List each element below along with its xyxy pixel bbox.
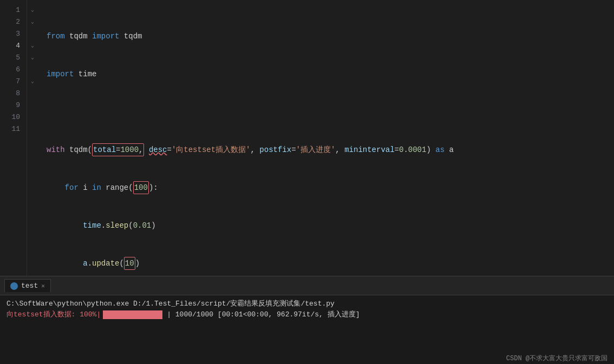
fn-sleep: sleep: [106, 220, 128, 231]
gutter-1[interactable]: ⌄: [27, 4, 38, 16]
terminal-tabs-bar: test ✕: [0, 276, 614, 295]
terminal-progress-line: 向testset插入数据: 100%| | 1000/1000 [00:01<0…: [6, 309, 608, 320]
tab-label: test: [21, 282, 38, 290]
gutter-3: [27, 28, 38, 40]
terminal-output[interactable]: C:\SoftWare\python\python.exe D:/1.Test_…: [0, 295, 614, 353]
watermark: CSDN @不求大富大贵只求富可敌国: [0, 353, 614, 364]
code-editor[interactable]: 1 2 3 4 5 6 7 8 9 10 11 ⌄ ⌄ ⌄ ⌄ ⌄: [0, 0, 614, 276]
gutter-7[interactable]: ⌄: [27, 76, 38, 88]
terminal-progress-label: 向testset插入数据: 100%|: [6, 309, 101, 320]
code-line-4: with tqdm(total=1000, desc='向testset插入数据…: [38, 144, 609, 156]
terminal-cmd-line: C:\SoftWare\python\python.exe D:/1.Test_…: [6, 299, 608, 309]
gutter-8: [27, 88, 38, 100]
highlight-total: total=1000,: [92, 143, 144, 156]
gutter-5[interactable]: ⌄: [27, 52, 38, 64]
terminal-stats: | 1000/1000 [00:01<00:00, 962.97it/s, 插入…: [167, 309, 360, 320]
terminal-panel: test ✕ C:\SoftWare\python\python.exe D:/…: [0, 276, 614, 364]
code-line-6: time.sleep(0.01): [38, 220, 609, 231]
line-num-1: 1: [0, 4, 27, 16]
progress-bar: [103, 310, 162, 319]
line-num-8: 8: [0, 88, 27, 100]
progress-fill: [103, 310, 162, 319]
line-num-7: 7: [0, 76, 27, 88]
line-numbers: 1 2 3 4 5 6 7 8 9 10 11: [0, 0, 27, 276]
terminal-command: C:\SoftWare\python\python.exe D:/1.Test_…: [6, 299, 335, 309]
terminal-tab-test[interactable]: test ✕: [4, 279, 51, 292]
gutter-4[interactable]: ⌄: [27, 40, 38, 52]
gutter-11: [27, 123, 38, 135]
editor-container: 1 2 3 4 5 6 7 8 9 10 11 ⌄ ⌄ ⌄ ⌄ ⌄: [0, 0, 614, 364]
highlight-100: 100: [133, 181, 149, 194]
code-line-3: [38, 106, 609, 118]
code-lines[interactable]: from tqdm import tqdm import time with t…: [38, 0, 609, 276]
line-num-2: 2: [0, 16, 27, 28]
line-num-4: 4: [0, 40, 27, 52]
gutter-6: [27, 64, 38, 76]
editor-scrollbar[interactable]: [609, 0, 614, 276]
gutter-9: [27, 100, 38, 111]
line-num-5: 5: [0, 52, 27, 64]
keyword-from: from: [47, 30, 65, 42]
line-num-6: 6: [0, 64, 27, 76]
gutter-2[interactable]: ⌄: [27, 16, 38, 28]
line-num-10: 10: [0, 111, 27, 123]
gutter-10: [27, 111, 38, 123]
code-line-5: for i in range(100):: [38, 182, 609, 194]
keyword-in: in: [92, 182, 101, 194]
line-num-3: 3: [0, 28, 27, 40]
tab-close-button[interactable]: ✕: [41, 282, 45, 289]
keyword-with: with: [47, 144, 65, 156]
line-num-11: 11: [0, 123, 27, 135]
param-desc: desc: [149, 144, 167, 156]
keyword-for: for: [65, 182, 79, 194]
keyword-import: import: [92, 30, 119, 42]
highlight-10: 10: [124, 257, 135, 270]
code-line-1: from tqdm import tqdm: [38, 30, 609, 42]
keyword-import2: import: [47, 68, 74, 80]
keyword-as: as: [435, 144, 445, 156]
code-line-7: a.update(10): [38, 257, 609, 269]
fn-update: update: [92, 257, 119, 269]
editor-gutter: ⌄ ⌄ ⌄ ⌄ ⌄: [27, 0, 38, 276]
code-line-2: import time: [38, 68, 609, 80]
python-icon: [10, 282, 18, 290]
line-num-9: 9: [0, 100, 27, 111]
